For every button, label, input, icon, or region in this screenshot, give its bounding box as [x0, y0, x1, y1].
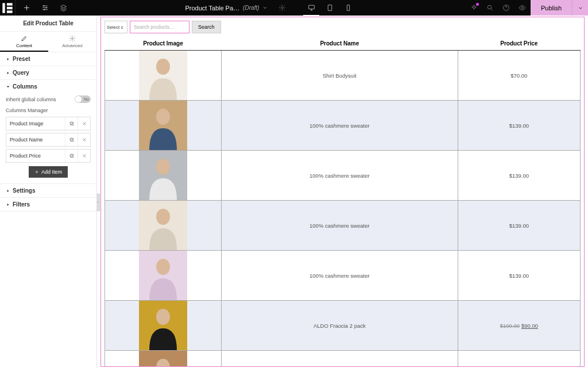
inherit-global-toggle[interactable]: No: [75, 95, 91, 103]
tab-content[interactable]: Content: [0, 32, 48, 52]
svg-rect-1: [7, 3, 13, 5]
draft-badge: (Draft): [243, 5, 259, 11]
page-title: Product Table Pa…: [185, 5, 240, 12]
tab-content-label: Content: [16, 43, 32, 48]
sidebar: Edit Product Table Content Advanced Pres…: [0, 16, 97, 368]
topbar-center: Product Table Pa… (Draft): [71, 0, 466, 16]
sidebar-collapse-handle[interactable]: [96, 194, 100, 211]
section-settings[interactable]: Settings: [0, 184, 96, 198]
svg-point-5: [45, 7, 47, 8]
product-image[interactable]: [139, 151, 187, 200]
product-image[interactable]: [139, 101, 187, 150]
page-settings-button[interactable]: [274, 0, 289, 16]
device-mobile-button[interactable]: [340, 0, 356, 16]
product-name-cell[interactable]: Sweater with voluminous sleeves: [222, 351, 458, 367]
svg-point-13: [521, 7, 523, 9]
svg-rect-9: [328, 5, 332, 11]
product-image[interactable]: [139, 251, 187, 300]
svg-point-11: [488, 5, 492, 9]
sale-price: $90.00: [521, 323, 538, 329]
tab-advanced[interactable]: Advanced: [48, 32, 96, 52]
add-item-label: Add Item: [41, 169, 62, 175]
structure-button[interactable]: [37, 0, 52, 16]
elementor-logo-icon: [0, 1, 15, 16]
svg-point-24: [156, 109, 170, 125]
product-name-cell[interactable]: Shirt Bodysuit: [222, 51, 458, 101]
product-name-cell[interactable]: 100% cashmere sweater: [222, 251, 458, 301]
plus-icon: [23, 4, 30, 12]
notifications-button[interactable]: [466, 0, 482, 16]
page-title-group[interactable]: Product Table Pa… (Draft): [181, 5, 273, 12]
svg-rect-2: [7, 6, 13, 9]
finder-button[interactable]: [482, 0, 498, 16]
section-preset-label: Preset: [13, 56, 30, 62]
search-icon: [486, 4, 494, 12]
product-image[interactable]: [139, 301, 187, 350]
column-remove-button[interactable]: [78, 150, 90, 162]
column-remove-button[interactable]: [78, 133, 90, 146]
copy-icon: [69, 121, 75, 126]
publish-dropdown-button[interactable]: [572, 0, 588, 16]
table-row: Sweater with voluminous sleeves$90.00: [105, 351, 581, 367]
product-name-cell[interactable]: 100% cashmere sweater: [222, 101, 458, 151]
product-price-cell: $139.00: [458, 251, 580, 301]
product-price-cell: $139.00: [458, 151, 580, 201]
product-price-cell: $139.00: [458, 201, 580, 251]
column-duplicate-button[interactable]: [65, 133, 78, 146]
search-button[interactable]: Search: [192, 21, 221, 33]
tablet-icon: [326, 4, 334, 12]
product-image[interactable]: [139, 351, 187, 367]
product-price-cell: $90.00: [458, 351, 580, 367]
section-query[interactable]: Query: [0, 66, 96, 80]
close-icon: [82, 153, 87, 159]
toggle-knob: [75, 96, 82, 102]
column-duplicate-button[interactable]: [65, 117, 78, 130]
product-price-cell: $100.00$90.00: [458, 301, 580, 351]
product-image[interactable]: [139, 51, 187, 100]
header-image: Product Image: [105, 37, 222, 51]
site-settings-button[interactable]: [56, 0, 71, 16]
table-row: Shirt Bodysuit$70.00: [105, 51, 581, 101]
svg-rect-3: [7, 10, 13, 13]
section-columns-label: Columns: [13, 83, 37, 90]
publish-button[interactable]: Publish: [531, 0, 572, 16]
header-price: Product Price: [458, 37, 580, 51]
help-icon: [502, 4, 510, 12]
product-image[interactable]: [139, 201, 187, 250]
section-preset[interactable]: Preset: [0, 52, 96, 66]
chevron-down-icon: [578, 5, 583, 11]
help-button[interactable]: [498, 0, 514, 16]
desktop-icon: [308, 4, 315, 12]
eye-icon: [519, 4, 526, 12]
product-image-cell: [105, 101, 222, 151]
svg-rect-0: [2, 3, 5, 13]
device-desktop-button[interactable]: [303, 0, 319, 16]
section-filters[interactable]: Filters: [0, 198, 96, 212]
sidebar-tabs: Content Advanced: [0, 32, 96, 52]
product-price-cell: $70.00: [458, 51, 580, 101]
add-item-button[interactable]: Add Item: [29, 166, 68, 178]
widget-frame[interactable]: Select c Search products… Search Product…: [100, 17, 585, 367]
preview-button[interactable]: [514, 0, 531, 16]
column-duplicate-button[interactable]: [65, 150, 78, 162]
caret-down-icon: [6, 85, 10, 89]
sidebar-title: Edit Product Table: [0, 16, 96, 32]
add-widget-button[interactable]: [19, 0, 34, 16]
section-query-label: Query: [13, 70, 29, 76]
product-name-cell[interactable]: 100% cashmere sweater: [222, 201, 458, 251]
product-name-cell[interactable]: ALDO Fraocia 2 pack: [222, 301, 458, 351]
elementor-logo[interactable]: [0, 0, 16, 16]
section-columns: Columns Inherit global columns No Column…: [0, 80, 96, 184]
column-item[interactable]: Product Image: [6, 117, 91, 131]
column-item[interactable]: Product Price: [6, 149, 91, 163]
column-item-label: Product Price: [6, 153, 65, 159]
svg-rect-20: [70, 154, 73, 157]
product-name-cell[interactable]: 100% cashmere sweater: [222, 151, 458, 201]
chevron-left-icon: [96, 200, 99, 205]
column-remove-button[interactable]: [78, 117, 90, 130]
section-columns-header[interactable]: Columns: [0, 80, 96, 93]
device-tablet-button[interactable]: [322, 0, 338, 16]
column-item[interactable]: Product Name: [6, 133, 91, 147]
product-search-input[interactable]: Search products…: [130, 21, 189, 33]
category-select[interactable]: Select c: [105, 21, 127, 33]
